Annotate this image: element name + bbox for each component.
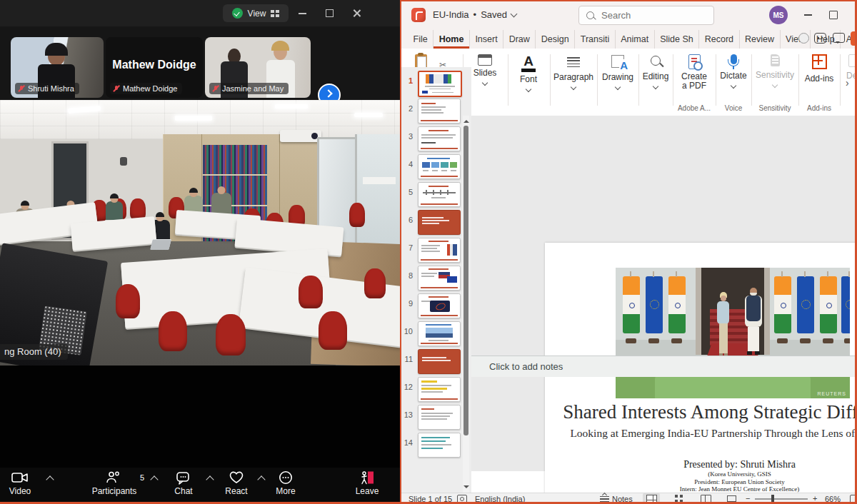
more-icon: [276, 470, 295, 485]
more-button[interactable]: More: [268, 470, 304, 496]
tab-draw[interactable]: Draw: [503, 30, 536, 49]
thumb-number: 4: [400, 160, 413, 168]
font-button[interactable]: A Font: [508, 53, 548, 91]
slide-editing-area: REUTERS Shared Interests Among Strategic…: [471, 116, 857, 471]
chat-icon: [174, 470, 193, 485]
scrollbar-thumb[interactable]: [463, 126, 468, 435]
chat-options-caret[interactable]: [206, 475, 214, 483]
chair: [349, 203, 365, 227]
drawing-button[interactable]: Drawing: [598, 53, 638, 89]
scroll-up-arrow[interactable]: [463, 117, 469, 123]
slide-thumb-3[interactable]: [418, 126, 461, 151]
participants-button[interactable]: Participants: [86, 470, 143, 496]
copilot-icon[interactable]: [814, 33, 826, 44]
ppt-titlebar: EU-India • Saved MS: [400, 0, 857, 30]
slide-subtitle[interactable]: Looking at Emerging India-EU Partnership…: [545, 427, 857, 440]
editing-button[interactable]: Editing: [639, 53, 672, 89]
camera-icon: [11, 470, 29, 485]
video-tile-jasmine-may[interactable]: Jasmine and May: [205, 37, 311, 98]
tab-transitions[interactable]: Transiti: [575, 30, 616, 49]
leave-button[interactable]: Leave: [349, 470, 386, 496]
tab-review[interactable]: Review: [740, 30, 781, 49]
notes-pane[interactable]: Click to add notes: [471, 356, 857, 377]
cut-icon[interactable]: [439, 58, 455, 66]
tab-slideshow[interactable]: Slide Sh: [655, 30, 700, 49]
thumbnail-scrollbar[interactable]: [463, 116, 469, 504]
account-avatar[interactable]: MS: [769, 6, 788, 24]
chat-button[interactable]: Chat: [166, 470, 201, 496]
slide-title[interactable]: Shared Interests Among Strategic Differe…: [545, 401, 857, 423]
presenter-block[interactable]: Presented by: Shruti Mishra (Korea Unive…: [545, 459, 857, 493]
ribbon-more-chevron[interactable]: ›: [846, 77, 849, 89]
tab-design[interactable]: Design: [536, 30, 575, 49]
zoom-minimize-button[interactable]: [299, 13, 306, 14]
participant-hair: [45, 43, 68, 56]
heart-icon: [227, 470, 246, 485]
paragraph-button[interactable]: Paragraph: [551, 53, 596, 89]
recording-indicator-icon[interactable]: [798, 33, 809, 44]
zoom-maximize-button[interactable]: [326, 9, 334, 17]
create-pdf-button[interactable]: Create a PDF: [673, 53, 715, 91]
chat-label: Chat: [166, 486, 201, 496]
search-box[interactable]: [578, 6, 714, 25]
tab-file[interactable]: File: [407, 30, 433, 49]
thumb-number: 6: [400, 216, 413, 224]
slide-thumb-12[interactable]: [418, 377, 461, 402]
zoom-close-button[interactable]: [353, 9, 361, 17]
view-label: View: [248, 9, 266, 19]
view-button[interactable]: View: [223, 4, 289, 22]
chair: [299, 276, 323, 308]
participant-filmstrip: Shruti Mishra Mathew Doidge Mathew Doidg…: [0, 26, 400, 100]
slideshow-icon: [727, 495, 736, 502]
search-input[interactable]: [600, 9, 688, 21]
tab-insert[interactable]: Insert: [470, 30, 503, 49]
participants-options-caret[interactable]: [150, 475, 158, 483]
video-tile-shruti[interactable]: Shruti Mishra: [11, 37, 104, 98]
slide-thumb-1[interactable]: [418, 71, 462, 97]
zoom-slider-track[interactable]: [755, 498, 808, 500]
slide-thumb-7[interactable]: [418, 238, 461, 263]
powerpoint-window: EU-India • Saved MS File Home Insert Dra…: [400, 0, 857, 504]
react-button[interactable]: React: [219, 470, 254, 496]
slide-thumb-4[interactable]: [418, 154, 461, 179]
paragraph-icon: [567, 57, 580, 67]
slide-thumb-13[interactable]: [418, 405, 461, 430]
dictate-button[interactable]: Dictate: [716, 53, 751, 88]
tab-record[interactable]: Record: [699, 30, 739, 49]
comments-icon[interactable]: [833, 33, 845, 43]
slide-thumb-2[interactable]: [418, 99, 461, 124]
document-title[interactable]: EU-India • Saved: [433, 9, 516, 20]
thumb-image: [426, 328, 453, 338]
dictate-chevron-icon: [731, 83, 736, 89]
video-options-caret[interactable]: [46, 475, 54, 483]
wall-camera: [120, 157, 127, 166]
tab-animations[interactable]: Animat: [616, 30, 655, 49]
slide-thumb-6[interactable]: [418, 210, 461, 235]
slide-thumb-10[interactable]: [418, 321, 461, 346]
video-tile-mathew[interactable]: Mathew Doidge Mathew Doidge: [106, 37, 203, 98]
more-label: More: [268, 486, 304, 496]
video-label: Video: [0, 486, 40, 496]
react-options-caret[interactable]: [257, 475, 265, 483]
ppt-minimize-button[interactable]: [804, 14, 812, 16]
india-flag: [623, 276, 640, 333]
thumb-number: 13: [400, 410, 413, 419]
scroll-down-arrow[interactable]: [463, 485, 469, 491]
slide-thumbnail-panel: 1 2 3: [400, 67, 471, 504]
participant-display-name: Mathew Doidge: [106, 59, 203, 71]
india-flag: [774, 276, 791, 333]
slide-thumb-8[interactable]: [418, 266, 461, 291]
slide-photo[interactable]: REUTERS: [616, 268, 850, 398]
slide-thumb-5[interactable]: [418, 182, 461, 207]
ppt-maximize-button[interactable]: [829, 11, 838, 19]
video-button[interactable]: Video: [0, 470, 40, 496]
adobe-group: Create a PDF Adobe A...: [673, 53, 715, 117]
tab-home[interactable]: Home: [433, 30, 470, 49]
notes-toggle-icon[interactable]: [600, 496, 609, 502]
slide-thumb-9[interactable]: [418, 293, 461, 318]
sensitivity-icon: [771, 54, 780, 66]
mic-muted-icon: [18, 85, 25, 93]
slide-thumb-14[interactable]: [418, 433, 461, 458]
sensitivity-button[interactable]: Sensitivity: [752, 53, 798, 87]
slide-thumb-11[interactable]: [418, 349, 461, 374]
